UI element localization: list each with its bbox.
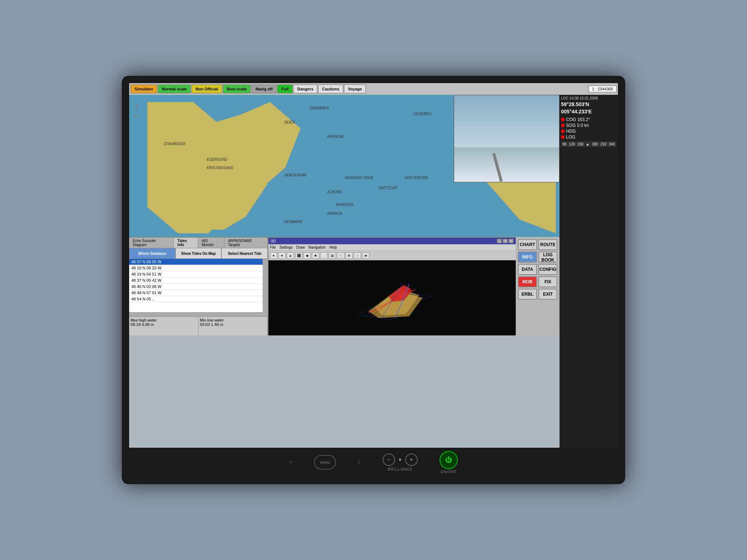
btn-row-3: MOB FIX — [518, 276, 557, 287]
hdg-label: HDG — [566, 129, 576, 134]
erbl-btn[interactable]: ERBL — [518, 289, 537, 300]
tab-arpa-sonar[interactable]: ARPA/SONAR Targets — [224, 238, 268, 248]
simulator-btn[interactable]: Simulator — [131, 85, 157, 93]
map-label-randers: RANDERS — [336, 203, 353, 207]
mob-btn[interactable]: MOB — [518, 276, 537, 287]
info-btn[interactable]: INFO — [518, 252, 537, 262]
data-btn[interactable]: DATA — [518, 264, 537, 275]
best-scale-btn[interactable]: Best scale — [223, 85, 251, 93]
tab-echo-sounder[interactable]: Echo Sounder Diagram — [129, 238, 174, 248]
panel-3d: 3D _ □ × File Settings Draw Navigation — [268, 237, 516, 335]
compass-240: 240 — [609, 142, 615, 146]
map-label-arendal: ARENDAL — [327, 135, 344, 139]
non-official-btn[interactable]: Non Official — [191, 85, 222, 93]
latitude-display: 59°28.503'N — [561, 101, 616, 108]
brilliance-label: BRILLIANCE — [388, 467, 413, 471]
cog-indicator — [561, 118, 565, 121]
brilliance-group: − ✦ + BRILLIANCE — [383, 454, 418, 471]
tb3d-btn-11[interactable]: ↕ — [354, 252, 361, 259]
tb3d-btn-6[interactable]: ■ — [312, 252, 319, 259]
fix-btn[interactable]: FIX — [538, 276, 557, 287]
tides-list[interactable]: 48 07 N 08 05 W 48 10 N 08 20 W 48 19 N … — [129, 259, 263, 312]
config-btn[interactable]: CONFIG — [538, 264, 557, 275]
cog-value: 163.2° — [577, 117, 590, 122]
compass-180: 180 — [592, 142, 598, 146]
route-btn[interactable]: ROUTE — [538, 239, 557, 250]
map-label-aarhus: AARHUS — [327, 211, 342, 215]
tab-tides-info[interactable]: Tides Info — [174, 238, 198, 248]
tb3d-btn-5[interactable]: ◆ — [303, 252, 311, 259]
min-low-water-col: Min low water 03:03 1.48 m — [198, 317, 268, 335]
close-btn[interactable]: × — [508, 239, 514, 243]
list-item[interactable]: 48 48 N 07 01 W — [129, 290, 263, 296]
min-low-water-label: Min low water — [200, 318, 266, 322]
dangers-btn[interactable]: Dangers — [293, 85, 317, 93]
exit-btn[interactable]: EXIT — [538, 289, 557, 300]
brilliance-increase-btn[interactable]: + — [405, 454, 418, 466]
maximize-btn[interactable]: □ — [503, 239, 508, 243]
brilliance-decrease-btn[interactable]: − — [383, 454, 395, 466]
tb3d-btn-10[interactable]: ⊕ — [345, 252, 353, 259]
btn-row-0: CHART ROUTE — [518, 239, 557, 250]
log-book-btn[interactable]: LOG BOOK — [538, 252, 557, 262]
power-button[interactable]: ⏻ — [440, 451, 458, 469]
hw-dot-middle — [358, 461, 361, 464]
tides-hscrollbar[interactable] — [129, 312, 268, 316]
tb3d-btn-4[interactable]: ⬛ — [295, 252, 302, 259]
menu-draw[interactable]: Draw — [296, 245, 305, 249]
map-label-skagerrak: SKAGERRAK — [284, 173, 307, 177]
list-item[interactable]: 48 10 N 08 20 W — [129, 265, 263, 271]
map-label-stavanger: STAVANGER — [163, 142, 185, 146]
tb3d-btn-9[interactable]: ○ — [337, 252, 344, 259]
menu-help[interactable]: Help — [329, 245, 337, 249]
menu-navigation[interactable]: Navigation — [309, 245, 326, 249]
menu-settings[interactable]: Settings — [279, 245, 293, 249]
sog-row: SOG 0.0 kn — [561, 123, 616, 128]
cog-row: COG 163.2° — [561, 117, 616, 122]
list-item[interactable]: 48 54 N 05 .. — [129, 296, 263, 302]
tides-list-area: 48 07 N 08 05 W 48 10 N 08 20 W 48 19 N … — [129, 259, 268, 312]
full-btn[interactable]: Full — [277, 85, 293, 93]
tb3d-btn-2[interactable]: ● — [278, 252, 286, 259]
normal-scale-btn[interactable]: Normal scale — [158, 85, 191, 93]
voyage-btn[interactable]: Voyage — [344, 85, 366, 93]
list-item[interactable]: 48 07 N 08 05 W — [129, 259, 263, 265]
list-item[interactable]: 48 40 N 02 06 W — [129, 284, 263, 290]
show-tides-map-btn[interactable]: Show Tides On Map — [175, 248, 222, 259]
list-item[interactable]: 48 19 N 04 51 W — [129, 271, 263, 277]
chart-map[interactable]: DRAMMEN SKIEN STAVANGER EGERSUND ARENDAL… — [129, 95, 560, 237]
compass-arrow-icon: ▲ — [586, 142, 589, 146]
navig-off-btn[interactable]: Navig off — [251, 85, 276, 93]
menu-button[interactable]: menu — [314, 455, 336, 470]
cautions-btn[interactable]: Cautions — [318, 85, 343, 93]
tb3d-btn-7[interactable]: ⬜ — [320, 252, 328, 259]
select-nearest-tide-btn[interactable]: Select Nearest Tide — [221, 248, 268, 259]
tb3d-btn-1[interactable]: ● — [270, 252, 277, 259]
camera-sea — [454, 95, 559, 147]
minimize-btn[interactable]: _ — [497, 239, 502, 243]
whole-database-btn[interactable]: Whole Database — [129, 248, 175, 259]
sun-icon: ✦ — [398, 457, 402, 463]
log-row: LOG — [561, 135, 616, 140]
tides-scrollbar[interactable] — [263, 259, 268, 312]
tides-tabs: Echo Sounder Diagram Tides Info AIS Moni… — [129, 238, 268, 248]
menu-file[interactable]: File — [270, 245, 276, 249]
max-high-water-value: 09:18 4.06 m — [131, 322, 197, 327]
map-label-egersund: EGERSUND — [206, 158, 227, 162]
list-item[interactable]: 48 37 N 09 42 W — [129, 277, 263, 284]
tb3d-btn-3[interactable]: ▲ — [287, 252, 294, 259]
panel-3d-toolbar: ● ● ▲ ⬛ ◆ ■ ⬜ ▤ ○ ⊕ ↕ ⇄ — [268, 251, 516, 260]
time-display: LOC 14:38 15.01.2008 — [561, 96, 616, 100]
panel-3d-view[interactable] — [268, 260, 516, 335]
compass-90: 90 — [562, 142, 566, 146]
btn-row-4: ERBL EXIT — [518, 289, 557, 300]
tb3d-btn-8[interactable]: ▤ — [329, 252, 336, 259]
tab-ais-monitor[interactable]: AIS Monitor — [198, 238, 224, 248]
log-indicator — [561, 135, 565, 139]
chart-btn[interactable]: CHART — [518, 239, 537, 250]
bottom-section: Echo Sounder Diagram Tides Info AIS Moni… — [129, 237, 560, 335]
coordinates-display: 59°28.503'N 005°44.233'E — [561, 101, 616, 115]
tb3d-btn-12[interactable]: ⇄ — [362, 252, 369, 259]
map-label-drammen: DRAMMEN — [310, 106, 329, 110]
tides-panel: Echo Sounder Diagram Tides Info AIS Moni… — [129, 237, 268, 335]
